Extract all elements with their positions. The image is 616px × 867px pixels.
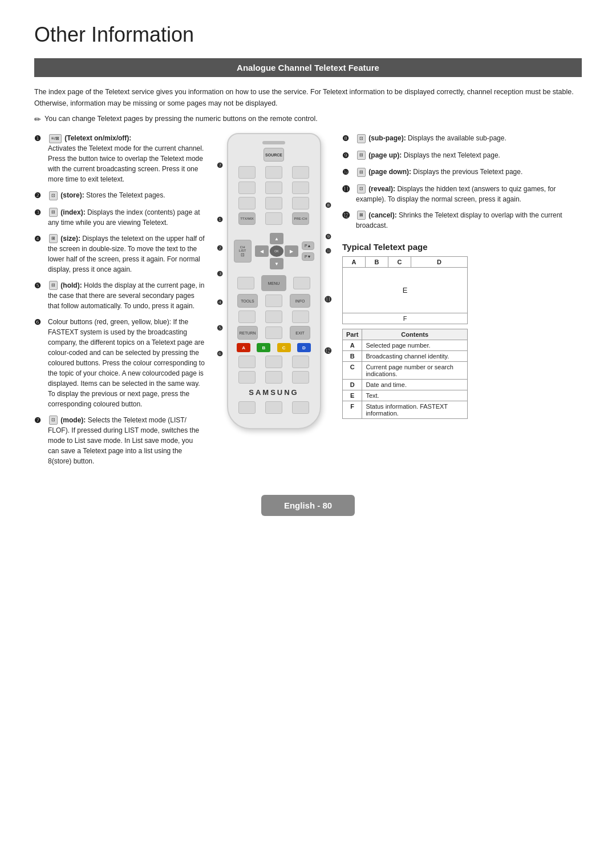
pageup-icon: ⊟ bbox=[357, 151, 366, 160]
yellow-button[interactable]: C bbox=[277, 343, 291, 352]
list-item: ⓫ ⊡ (reveal): Displays the hidden text (… bbox=[342, 184, 582, 204]
item-number: ❸ bbox=[34, 207, 44, 228]
dpad-row: CH LIST ⊡ ▲ ◀ OK ▶ ▼ bbox=[234, 229, 314, 273]
teletext-header: A B C D bbox=[343, 257, 467, 268]
annotation-5: ❺ bbox=[217, 324, 223, 332]
ch-list-button[interactable]: CH LIST ⊡ bbox=[234, 240, 252, 263]
blank-button[interactable] bbox=[292, 182, 309, 194]
ttx-row: TTX/MIX PRE-CH bbox=[234, 212, 314, 225]
item-label: (reveal): bbox=[368, 185, 395, 193]
table-cell-content: Status information. FASTEXT information. bbox=[362, 401, 468, 418]
item-text: Displays the next Teletext page. bbox=[404, 151, 500, 159]
item-label: (cancel): bbox=[368, 211, 396, 219]
dpad-right[interactable]: ▶ bbox=[285, 245, 298, 257]
dpad-center[interactable]: OK bbox=[270, 245, 283, 257]
page-down-button[interactable]: P▼ bbox=[302, 252, 314, 261]
left-column: ❶ ≡/⊠ (Teletext on/mix/off): Activates t… bbox=[34, 133, 205, 472]
blank-button[interactable] bbox=[238, 197, 256, 209]
green-button[interactable]: B bbox=[257, 343, 270, 352]
exit-label: EXIT bbox=[295, 331, 305, 335]
right-column: ❽ ⊡ (sub-page): Displays the available s… bbox=[342, 133, 582, 472]
hold-icon: ⊟ bbox=[49, 281, 58, 290]
blank-button[interactable] bbox=[293, 277, 310, 289]
annotation-1: ❶ bbox=[217, 216, 223, 224]
item-label: (size): bbox=[60, 235, 80, 243]
blank-button[interactable] bbox=[238, 182, 256, 194]
menu-button[interactable]: MENU bbox=[261, 275, 286, 291]
dpad-down[interactable]: ▼ bbox=[270, 258, 283, 269]
blank-button[interactable] bbox=[265, 166, 282, 179]
prech-button[interactable]: PRE-CH bbox=[292, 212, 309, 225]
exit-button[interactable]: EXIT bbox=[290, 326, 310, 340]
blank-button[interactable] bbox=[238, 166, 256, 179]
color-buttons-row: A B C D bbox=[234, 343, 314, 352]
item-number: ❶ bbox=[34, 133, 44, 184]
teletext-cell-d: D bbox=[411, 257, 467, 267]
item-text: Activates the Teletext mode for the curr… bbox=[48, 144, 204, 183]
footer-language-button[interactable]: English - 80 bbox=[261, 495, 355, 516]
item-text: Displays the available sub-page. bbox=[408, 134, 506, 142]
annotation-3: ❸ bbox=[217, 270, 223, 278]
reveal-icon: ⊡ bbox=[357, 184, 366, 193]
tools-button[interactable]: TOOLS bbox=[237, 294, 258, 308]
blank-button[interactable] bbox=[238, 401, 256, 414]
return-label: RETURN bbox=[239, 331, 256, 335]
table-cell-part: E bbox=[343, 390, 362, 401]
source-button[interactable]: SOURCE bbox=[264, 148, 284, 162]
blue-button[interactable]: D bbox=[297, 343, 311, 352]
blank-button[interactable] bbox=[292, 356, 309, 368]
return-button[interactable]: RETURN bbox=[237, 326, 258, 340]
remote-column: ❼ ❶ ❽ ❷ ❾ ❿ ❸ ❹ ⓫ ❺ ❻ ⓬ SOURCE bbox=[217, 133, 331, 472]
table-cell-part: A bbox=[343, 340, 362, 350]
blank-button[interactable] bbox=[265, 197, 282, 209]
item-number: ⓫ bbox=[342, 184, 352, 204]
red-button[interactable]: A bbox=[237, 343, 250, 352]
info-button[interactable]: INFO bbox=[290, 294, 310, 308]
item-number: ❹ bbox=[34, 233, 44, 275]
table-cell-content: Date and time. bbox=[362, 379, 468, 390]
blank-button[interactable] bbox=[292, 166, 309, 179]
table-cell-content: Text. bbox=[362, 390, 468, 401]
table-row: F Status information. FASTEXT informatio… bbox=[343, 401, 468, 418]
blank-button[interactable] bbox=[292, 371, 309, 384]
blank-button[interactable] bbox=[265, 356, 282, 368]
blank-row bbox=[234, 310, 314, 323]
list-item: ❶ ≡/⊠ (Teletext on/mix/off): Activates t… bbox=[34, 133, 205, 184]
blank-button[interactable] bbox=[265, 326, 282, 339]
blank-button[interactable] bbox=[238, 371, 256, 384]
list-item: ⓬ ⊠ (cancel): Shrinks the Teletext displ… bbox=[342, 210, 582, 231]
info-label: INFO bbox=[295, 299, 305, 303]
blank-button[interactable] bbox=[238, 310, 256, 323]
blank-button[interactable] bbox=[292, 401, 309, 414]
annotation-9: ❾ bbox=[325, 233, 331, 241]
button-row-2 bbox=[234, 182, 314, 194]
table-row: A Selected page number. bbox=[343, 340, 468, 350]
blank-button[interactable] bbox=[265, 182, 282, 194]
item-number: ❻ bbox=[34, 317, 44, 409]
list-item: ❼ ⊡ (mode): Selects the Teletext mode (L… bbox=[34, 415, 205, 466]
blank-button[interactable] bbox=[237, 277, 254, 289]
main-layout: ❶ ≡/⊠ (Teletext on/mix/off): Activates t… bbox=[34, 133, 582, 472]
annotation-7: ❼ bbox=[217, 162, 223, 170]
table-row: C Current page number or search indicati… bbox=[343, 361, 468, 379]
dpad-up[interactable]: ▲ bbox=[270, 233, 283, 244]
teletext-footer: F bbox=[343, 313, 467, 324]
blank-button[interactable] bbox=[265, 212, 282, 225]
item-number: ❿ bbox=[342, 167, 352, 178]
blank-button[interactable] bbox=[265, 401, 282, 414]
blank-button[interactable] bbox=[265, 295, 282, 307]
blank-button[interactable] bbox=[238, 356, 256, 368]
page-up-button[interactable]: P▲ bbox=[302, 241, 314, 250]
item-label: (hold): bbox=[60, 281, 82, 289]
blank-button[interactable] bbox=[292, 310, 309, 323]
ttx-mix-button[interactable]: TTX/MIX bbox=[238, 212, 256, 225]
dpad-left[interactable]: ◀ bbox=[255, 245, 269, 257]
blank-button[interactable] bbox=[292, 197, 309, 209]
item-number: ❼ bbox=[34, 415, 44, 466]
page-title: Other Information bbox=[34, 23, 582, 47]
item-content: ⊟ (page down): Displays the previous Tel… bbox=[356, 167, 582, 178]
blank-button[interactable] bbox=[265, 310, 282, 323]
blank-button[interactable] bbox=[265, 371, 282, 384]
remote-wrapper: ❼ ❶ ❽ ❷ ❾ ❿ ❸ ❹ ⓫ ❺ ❻ ⓬ SOURCE bbox=[227, 133, 321, 472]
remote-control: SOURCE bbox=[227, 133, 321, 429]
